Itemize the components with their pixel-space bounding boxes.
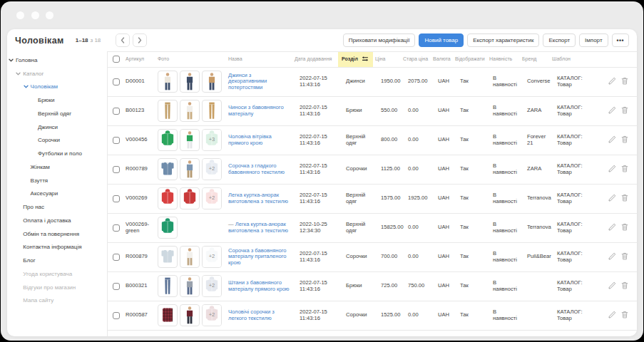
select-all-checkbox[interactable]	[113, 56, 120, 63]
column-header-price[interactable]: Ціна	[373, 52, 403, 67]
sidebar-item-блог[interactable]: Блог	[7, 254, 107, 267]
column-header-display[interactable]: Відображати	[455, 52, 489, 67]
product-photo-thumbnail[interactable]	[180, 187, 200, 209]
product-name-link[interactable]: Сорочка з бавовняного матеріалу притален…	[228, 247, 287, 266]
sidebar-item-каталог[interactable]: Каталог	[7, 67, 107, 81]
product-name-link[interactable]: Штани з бавовняного матеріалу прямого кр…	[228, 279, 290, 291]
product-photo-thumbnail[interactable]	[158, 71, 178, 93]
product-photo-thumbnail[interactable]	[158, 246, 178, 268]
product-name-link[interactable]: Чоловічі сорочки з легкого текстилю	[228, 309, 275, 321]
row-checkbox[interactable]	[113, 78, 120, 86]
new-product-button[interactable]: Новий товар	[419, 33, 464, 47]
sidebar-item-брюки[interactable]: Брюки	[7, 93, 107, 107]
sidebar-item-про-нас[interactable]: Про нас	[7, 200, 107, 214]
product-photo-thumbnail[interactable]	[158, 129, 178, 151]
delete-trash-icon[interactable]	[621, 252, 628, 261]
delete-trash-icon[interactable]	[621, 135, 628, 145]
product-photo-thumbnail[interactable]	[180, 100, 200, 122]
sidebar-item-аксесуари[interactable]: Аксесуари	[7, 187, 107, 201]
row-checkbox[interactable]	[113, 283, 120, 290]
edit-pencil-icon[interactable]	[608, 106, 616, 115]
delete-trash-icon[interactable]	[621, 281, 628, 291]
sidebar-item-угода-користувача[interactable]: Угода користувача	[7, 267, 107, 281]
hide-modifications-button[interactable]: Приховати модифікації	[343, 33, 416, 47]
edit-pencil-icon[interactable]	[608, 311, 616, 320]
sidebar-item-джинси[interactable]: Джинси	[7, 120, 107, 134]
delete-trash-icon[interactable]	[621, 194, 628, 203]
product-photo-thumbnail[interactable]	[158, 275, 178, 297]
edit-pencil-icon[interactable]	[608, 165, 616, 174]
product-name-link[interactable]: Легка куртка-анорак виготовлена з тексти…	[228, 192, 288, 204]
sidebar-item-жінкам[interactable]: Жінкам	[7, 160, 107, 174]
more-photos-badge[interactable]: +2	[202, 304, 222, 326]
column-header-brand[interactable]: Бренд	[522, 52, 552, 67]
product-photo-thumbnail[interactable]	[158, 100, 178, 122]
product-name-link[interactable]: Чиноси з бавовняного матеріалу	[228, 104, 284, 116]
column-header-photo[interactable]: Фото	[158, 52, 228, 67]
delete-trash-icon[interactable]	[621, 165, 628, 174]
row-checkbox[interactable]	[113, 166, 120, 173]
column-header-name[interactable]: Назва	[228, 52, 295, 67]
pagination-next-button[interactable]	[133, 33, 147, 47]
product-name-link[interactable]: Сорочка з гладкого бавовняного текстилю	[228, 162, 285, 175]
column-header-date[interactable]: Дата додавання	[295, 52, 338, 67]
column-header-old_price[interactable]: Стара ціна	[403, 52, 433, 67]
export-button[interactable]: Експорт	[543, 33, 576, 47]
sidebar-item-взуття[interactable]: Взуття	[7, 174, 107, 187]
delete-trash-icon[interactable]	[621, 106, 628, 115]
product-photo-thumbnail[interactable]	[180, 71, 200, 93]
delete-trash-icon[interactable]	[621, 223, 628, 232]
edit-pencil-icon[interactable]	[608, 252, 616, 261]
edit-pencil-icon[interactable]	[608, 223, 616, 232]
product-photo-thumbnail[interactable]	[180, 275, 200, 297]
product-photo-thumbnail[interactable]	[180, 129, 200, 151]
more-photos-badge[interactable]: +2	[202, 158, 222, 180]
sidebar-item-контактна-інформація[interactable]: Контактна інформація	[7, 241, 107, 254]
row-checkbox[interactable]	[113, 108, 120, 115]
product-photo-thumbnail[interactable]	[202, 71, 222, 93]
row-checkbox[interactable]	[113, 312, 120, 319]
delete-trash-icon[interactable]	[621, 311, 628, 320]
product-photo-thumbnail[interactable]	[158, 187, 178, 209]
row-checkbox[interactable]	[113, 195, 120, 202]
sidebar-item-головна[interactable]: Головна	[7, 53, 107, 67]
product-photo-thumbnail[interactable]	[180, 158, 200, 180]
sidebar-item-оплата-і-доставка[interactable]: Оплата і доставка	[7, 214, 107, 227]
product-name-link[interactable]: Легка куртка-анорак виготовлена з тексти…	[228, 221, 288, 233]
product-name-link[interactable]: Джинси з декоративними потертостями	[228, 72, 267, 90]
more-photos-badge[interactable]: +2	[202, 187, 222, 209]
pagination-prev-button[interactable]	[116, 33, 130, 47]
more-photos-badge[interactable]: +2	[202, 275, 222, 297]
more-photos-badge[interactable]: +2	[202, 246, 222, 268]
more-photos-badge[interactable]: +3	[202, 129, 222, 151]
edit-pencil-icon[interactable]	[608, 281, 616, 291]
window-control-dot-2[interactable]	[31, 11, 39, 19]
column-header-article[interactable]: Артикул	[126, 52, 158, 67]
sidebar-item-мапа-сайту[interactable]: Мапа сайту	[7, 294, 107, 308]
window-control-dot-3[interactable]	[46, 11, 53, 19]
delete-trash-icon[interactable]	[621, 77, 628, 86]
more-button[interactable]: •••	[612, 33, 629, 47]
sidebar-item-футболки-и-поло[interactable]: Футболки и поло	[7, 147, 107, 160]
sidebar-item-відгуки-про-магазин[interactable]: Відгуки про магазин	[7, 281, 107, 294]
product-photo-thumbnail[interactable]	[202, 100, 222, 122]
import-button[interactable]: Імпорт	[579, 33, 608, 47]
row-checkbox[interactable]	[113, 137, 120, 144]
product-photo-thumbnail[interactable]	[158, 304, 178, 326]
column-header-availability[interactable]: Наявність	[489, 52, 522, 67]
sidebar-item-верхній-одяг[interactable]: Верхній одяг	[7, 107, 107, 120]
product-photo-thumbnail[interactable]	[158, 217, 178, 239]
sidebar-item-обмін-та-повернення[interactable]: Обмін та повернення	[7, 227, 107, 241]
product-photo-thumbnail[interactable]	[158, 158, 178, 180]
row-checkbox[interactable]	[113, 224, 120, 232]
column-header-currency[interactable]: Валюта	[433, 52, 455, 67]
window-control-dot-1[interactable]	[16, 11, 24, 19]
sidebar-item-чоловікам[interactable]: Чоловікам	[7, 81, 107, 94]
row-checkbox[interactable]	[113, 254, 120, 261]
product-photo-thumbnail[interactable]	[180, 304, 200, 326]
sort-arrows-icon[interactable]	[362, 56, 369, 63]
edit-pencil-icon[interactable]	[608, 77, 616, 86]
product-photo-thumbnail[interactable]	[180, 246, 200, 268]
export-characteristics-button[interactable]: Експорт характеристик	[467, 33, 539, 47]
column-header-template[interactable]: Шаблон	[552, 52, 600, 67]
